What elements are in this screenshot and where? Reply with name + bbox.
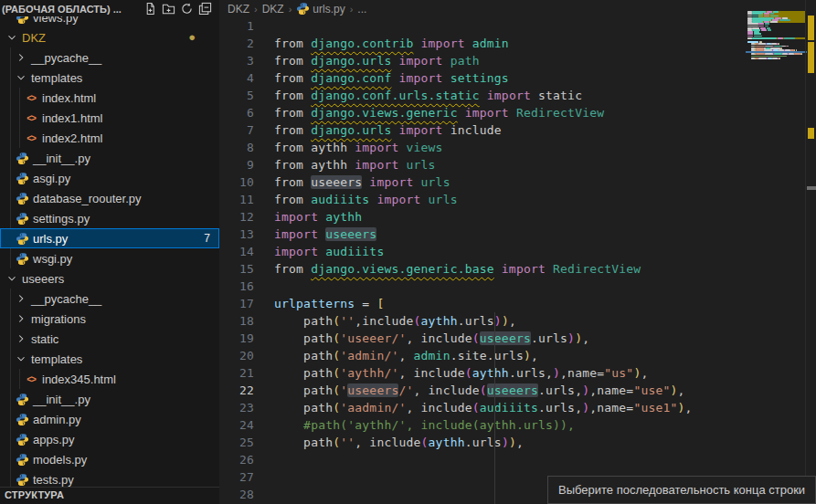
tree-item-label: index1.html — [42, 111, 102, 125]
code-text: from django.conf.urls.static import stat… — [274, 89, 582, 102]
code-line-14[interactable]: 14import audiiits — [219, 243, 816, 260]
tree-item-label: apps.py — [33, 433, 75, 446]
tree-item--pycache-[interactable]: __pycache__ — [0, 289, 219, 309]
tree-item-urls-py[interactable]: urls.py7 — [0, 228, 219, 248]
line-number: 26 — [219, 453, 274, 467]
new-folder-icon[interactable] — [159, 2, 177, 16]
code-text: path('admin/', admin.site.urls), — [274, 349, 538, 362]
chevron-right-icon — [14, 292, 28, 305]
minimap-code-bar — [747, 23, 758, 25]
code-line-2[interactable]: 2from django.contrib import admin — [219, 35, 816, 52]
tree-item-label: index.html — [42, 91, 96, 105]
code-line-1[interactable]: 1 — [219, 17, 816, 35]
code-line-8[interactable]: 8from aythh import views — [219, 139, 816, 156]
line-number: 24 — [219, 418, 274, 432]
code-line-17[interactable]: 17urlpatterns = [ — [219, 295, 816, 312]
code-text: path('',include(aythh.urls)), — [274, 314, 516, 328]
tree-item-settings-py[interactable]: settings.py — [0, 208, 219, 228]
breadcrumb-item[interactable]: DKZ — [262, 3, 284, 16]
tree-item-label: admin.py — [33, 413, 81, 426]
minimap[interactable] — [747, 9, 805, 91]
code-line-15[interactable]: 15from django.views.generic.base import … — [219, 260, 816, 278]
code-line-4[interactable]: 4from django.conf import settings — [219, 69, 816, 87]
python-file-icon — [14, 393, 30, 406]
code-line-3[interactable]: 3from django.urls import path — [219, 52, 816, 69]
file-tree: views.pyDKZ●__pycache__templates<>index.… — [0, 7, 219, 489]
line-number: 5 — [219, 89, 274, 102]
code-line-25[interactable]: 25 path('', include(aythh.urls)), — [219, 434, 816, 451]
tree-item-wsgi-py[interactable]: wsgi.py — [0, 248, 219, 268]
code-line-20[interactable]: 20 path('admin/', admin.site.urls), — [219, 347, 816, 364]
code-line-9[interactable]: 9from aythh import urls — [219, 156, 816, 173]
ruler-mark — [808, 16, 814, 40]
python-file-icon — [14, 212, 30, 226]
breadcrumb-separator: › — [254, 4, 258, 15]
tree-item-label: static — [31, 332, 58, 346]
outline-section-header[interactable]: СТРУКТУРА — [0, 487, 219, 504]
code-line-12[interactable]: 12import aythh — [219, 208, 816, 226]
html-file-icon: <> — [23, 133, 39, 143]
minimap-code-bar — [754, 33, 760, 35]
tree-item-index-html[interactable]: <>index.html — [0, 88, 219, 108]
code-text: urlpatterns = [ — [274, 297, 384, 310]
tree-item-templates[interactable]: templates — [0, 68, 219, 88]
tree-item-label: __pycache__ — [31, 51, 101, 65]
code-line-18[interactable]: 18 path('',include(aythh.urls)), — [219, 312, 816, 330]
tree-item--init-py[interactable]: __init__.py — [0, 148, 219, 168]
code-line-19[interactable]: 19 path('useeer/', include(useeers.urls)… — [219, 330, 816, 347]
code-line-7[interactable]: 7from django.urls import include — [219, 121, 816, 139]
tree-item--pycache-[interactable]: __pycache__ — [0, 47, 219, 68]
code-text: import audiiits — [274, 245, 384, 258]
tree-item-database-roouter-py[interactable]: database_roouter.py — [0, 188, 219, 208]
tree-item-static[interactable]: static — [0, 329, 219, 349]
code-text: from django.views.generic import Redirec… — [274, 106, 604, 120]
code-line-16[interactable]: 16 — [219, 278, 816, 295]
code-area[interactable]: 12from django.contrib import admin3from … — [219, 17, 816, 503]
minimap-code-bar — [747, 33, 753, 35]
collapse-all-icon[interactable] — [196, 2, 214, 16]
tree-item-models-py[interactable]: models.py — [0, 449, 219, 469]
code-line-11[interactable]: 11from audiiits import urls — [219, 191, 816, 208]
tree-item-migrations[interactable]: migrations — [0, 309, 219, 329]
breadcrumb-separator: › — [350, 4, 354, 15]
code-line-23[interactable]: 23 path('aadmin/', include(audiiits.urls… — [219, 399, 816, 416]
breadcrumb-item[interactable]: DKZ — [228, 3, 249, 16]
tree-item--init-py[interactable]: __init__.py — [0, 389, 219, 409]
tree-item-admin-py[interactable]: admin.py — [0, 409, 219, 429]
code-text: from django.conf import settings — [274, 71, 509, 85]
tree-item-label: models.py — [33, 453, 87, 467]
tree-item-apps-py[interactable]: apps.py — [0, 429, 219, 449]
code-line-6[interactable]: 6from django.views.generic import Redire… — [219, 104, 816, 121]
breadcrumb-item[interactable]: ... — [357, 3, 366, 16]
refresh-icon[interactable] — [177, 2, 196, 16]
overview-ruler[interactable] — [805, 0, 816, 504]
tree-item-label: wsgi.py — [33, 252, 72, 266]
html-file-icon: <> — [23, 374, 39, 384]
python-file-icon — [14, 232, 30, 246]
tree-item-label: __pycache__ — [31, 292, 101, 306]
line-number: 25 — [219, 436, 274, 449]
html-file-icon: <> — [23, 113, 39, 123]
code-line-26[interactable]: 26 — [219, 451, 816, 468]
code-line-13[interactable]: 13import useeers — [219, 226, 816, 243]
tree-item-templates[interactable]: templates — [0, 349, 219, 369]
tree-item-useeers[interactable]: useeers — [0, 268, 219, 289]
code-line-24[interactable]: 24 #path('aythh/', include(aythh.urls)), — [219, 416, 816, 434]
minimap-code-bar — [770, 21, 777, 23]
code-line-5[interactable]: 5from django.conf.urls.static import sta… — [219, 87, 816, 104]
line-number: 8 — [219, 141, 274, 154]
workspace-title: (РАБОЧАЯ ОБЛАСТЬ) ... — [2, 4, 141, 15]
line-number: 17 — [219, 297, 274, 310]
code-line-10[interactable]: 10from useeers import urls — [219, 173, 816, 191]
code-line-22[interactable]: 22 path('useeers/', include(useeers.urls… — [219, 382, 816, 399]
tree-item-asgi-py[interactable]: asgi.py — [0, 168, 219, 188]
tree-item-dkz[interactable]: DKZ● — [0, 27, 219, 47]
minimap-code-bar — [765, 23, 769, 25]
new-file-icon[interactable] — [141, 2, 159, 16]
code-text: path('useeer/', include(useeers.urls)), — [274, 331, 589, 345]
breadcrumb-item[interactable]: urls.py — [296, 2, 344, 16]
tree-item-index1-html[interactable]: <>index1.html — [0, 108, 219, 128]
code-line-21[interactable]: 21 path('aythh/', include(aythh.urls,),n… — [219, 364, 816, 382]
tree-item-index345-html[interactable]: <>index345.html — [0, 369, 219, 389]
tree-item-index2-html[interactable]: <>index2.html — [0, 128, 219, 148]
